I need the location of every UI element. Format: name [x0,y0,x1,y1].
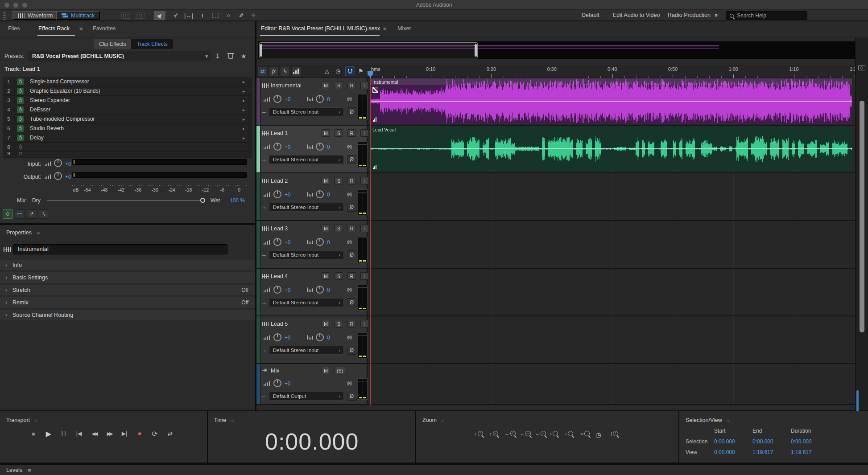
solo-button[interactable]: S [335,272,343,280]
effect-slot-3[interactable]: 3Stereo Expander▸ [3,96,252,105]
selview-value[interactable]: 0:00.000 [714,449,735,455]
volume-value[interactable]: +0 [285,192,291,198]
mute-button[interactable]: M [322,82,330,89]
track-lane-lead-4[interactable] [368,269,855,315]
solo-button[interactable]: S [335,177,343,184]
output-gain-knob[interactable] [54,172,62,180]
session-overview-bar[interactable] [258,41,855,59]
effect-power-icon[interactable] [17,135,24,141]
input-dropdown[interactable]: Default Stereo Input› [269,298,344,307]
pan-knob[interactable] [316,286,324,294]
mute-button[interactable]: M [322,367,330,374]
tab-editor[interactable]: Editor: R&B Vocal Preset (BCHILL MUSIC).… [261,25,380,32]
rack-process-button[interactable]: ϟ [39,209,49,219]
rack-power-button[interactable] [3,209,13,219]
timeline-ruler[interactable]: hms 0:100:200:300:400:501:001:101:20 [368,65,855,78]
phase-bypass-button[interactable]: Ø [347,392,356,401]
mute-button[interactable]: M [322,320,330,328]
workspace-edit-audio-to-video[interactable]: Edit Audio to Video [613,12,660,18]
effect-slot-8[interactable]: 8 [3,143,252,152]
arm-record-button[interactable]: R [347,129,356,137]
effect-options-arrow-icon[interactable]: ▸ [243,117,252,122]
effect-options-arrow-icon[interactable]: ▸ [243,89,252,94]
levels-panel-menu-icon[interactable]: ≡ [28,467,31,474]
effect-options-arrow-icon[interactable]: ▸ [243,79,252,84]
mute-button[interactable]: M [322,177,330,184]
track-header-lead-1[interactable]: Lead 1MSRI+00((•))→Default Stereo Input›… [256,126,368,172]
editor-panel-menu-icon[interactable]: ≡ [383,25,387,32]
track-name[interactable]: Lead 4 [271,273,288,279]
effect-options-arrow-icon[interactable]: ▸ [243,126,252,131]
time-display[interactable]: 0:00.000 [265,428,359,455]
track-lane-instrumental[interactable]: Instrumental [368,78,855,125]
track-name[interactable]: Lead 3 [271,225,288,232]
input-dropdown[interactable]: Default Stereo Input› [269,107,344,116]
track-name[interactable]: Lead 2 [271,178,288,184]
pan-knob[interactable] [316,143,324,151]
track-header-instrumental[interactable]: InstrumentalMSRI+00((•))→Default Stereo … [256,78,368,125]
track-name[interactable]: Lead 1 [271,130,288,136]
volume-knob[interactable] [273,143,281,151]
input-dropdown[interactable]: Default Stereo Input› [269,203,344,212]
solo-button[interactable]: S [335,129,343,137]
effect-power-icon[interactable] [17,144,24,151]
track-lane-lead-5[interactable] [368,316,855,363]
volume-value[interactable]: +0 [285,335,291,341]
volume-knob[interactable] [273,286,281,294]
pause-button[interactable] [57,428,70,439]
camera-icon[interactable] [858,65,865,70]
audio-clip[interactable]: Instrumental [370,78,852,124]
clip-effects-toggle[interactable]: Clip Effects [94,39,131,49]
arm-record-button[interactable]: R [347,177,356,184]
volume-value[interactable]: +0 [285,381,291,387]
track-lane-mix[interactable] [368,364,855,404]
record-button[interactable]: ● [133,428,146,439]
tab-files[interactable]: Files [8,25,20,32]
track-name[interactable]: Mix [271,368,279,374]
volume-value[interactable]: +0 [285,287,291,293]
pan-knob[interactable] [316,238,324,246]
effect-power-icon[interactable] [17,125,24,132]
output-gain-value[interactable]: +0 [65,174,71,180]
paintbrush-selection-tool[interactable]: ✎ [235,11,247,20]
viewport-right-handle[interactable] [475,44,477,57]
rack-list-view-button[interactable]: ≔ [15,209,25,219]
vertical-scrollbar-thumb[interactable] [860,101,864,332]
properties-panel-menu-icon[interactable]: ≡ [37,229,40,236]
selview-value[interactable]: 0:00.000 [714,438,735,445]
text-tool[interactable]: I [197,11,208,20]
workspace-default[interactable]: Default [582,12,599,18]
loop-playback-button[interactable]: ⟳ [148,428,161,439]
preset-dropdown[interactable]: R&B Vocal Preset (BCHILL MUSIC) ▾ [28,51,211,61]
zoom-in-vertically-button[interactable]: ↕+ [474,431,483,436]
playhead-line[interactable] [370,78,371,405]
input-dropdown[interactable]: Default Stereo Input› [269,346,344,355]
pan-value[interactable]: 0 [327,239,330,246]
clip-name-field[interactable]: Instrumental [13,244,227,254]
zoom-to-selection-button[interactable]: |+ [611,431,618,436]
phase-bypass-button[interactable]: Ø [347,155,356,164]
input-gain-value[interactable]: +0 [65,161,71,167]
input-gain-knob[interactable] [54,159,62,167]
zoom-reset-button[interactable]: ↔· [535,431,546,436]
tab-favorites[interactable]: Favorites [93,25,116,32]
pan-value[interactable]: 0 [327,192,330,198]
timed-recording-button[interactable]: ◷ [595,431,601,439]
stop-button[interactable]: ■ [27,428,40,439]
effect-options-arrow-icon[interactable]: ▸ [243,107,252,112]
effect-slot-2[interactable]: 2Graphic Equalizer (10 Bands)▸ [3,86,252,96]
rack-pre-render-button[interactable]: ↱ [27,209,37,219]
volume-value[interactable]: +0 [285,144,291,150]
arm-record-button[interactable]: R [347,225,356,232]
effect-power-icon[interactable] [17,88,24,94]
track-effects-toggle[interactable]: Track Effects [131,39,173,49]
mix-value[interactable]: 100 % [230,197,245,204]
mute-button[interactable]: M [322,272,330,280]
slip-tool[interactable]: |↔| [183,11,194,20]
phase-bypass-button[interactable]: Ø [347,107,356,116]
volume-knob[interactable] [273,379,281,387]
audio-clip[interactable]: Lead Vocal [370,126,852,172]
solo-button[interactable]: S [335,320,343,328]
output-dropdown[interactable]: Default Output› [269,392,344,401]
auto-crossfade-button[interactable]: ⇄ [258,66,268,76]
